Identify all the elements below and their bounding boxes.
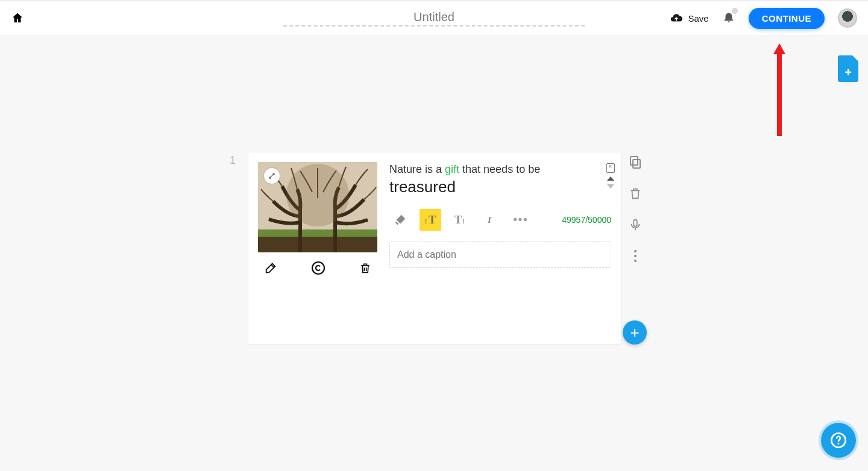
svg-point-18 [838, 443, 840, 444]
svg-text:I: I [487, 215, 492, 225]
document-title-input[interactable] [283, 10, 585, 28]
text-emphasis: treasured [389, 176, 611, 198]
help-button[interactable] [821, 423, 856, 458]
svg-point-15 [634, 255, 637, 257]
duplicate-block-button[interactable] [627, 154, 643, 170]
header-actions: Save CONTINUE [670, 8, 857, 29]
edit-image-button[interactable] [264, 261, 277, 275]
svg-point-4 [286, 164, 349, 226]
content-block: Nature is a gift that needs to be treasu… [248, 152, 621, 345]
character-count: 49957/50000 [562, 215, 611, 225]
text-side-controls [606, 163, 615, 189]
block-text[interactable]: Nature is a gift that needs to be treasu… [389, 162, 611, 198]
kebab-icon [633, 249, 638, 263]
text-prefix: Nature is a [389, 163, 445, 175]
notification-dot [732, 8, 738, 14]
copyright-button[interactable] [311, 261, 326, 275]
block-toolbar [627, 154, 643, 264]
svg-text:T: T [454, 214, 462, 226]
delete-text-button[interactable] [606, 163, 615, 173]
expand-icon [268, 172, 275, 179]
svg-rect-2 [258, 234, 377, 252]
user-avatar[interactable] [838, 8, 857, 28]
image-actions [258, 252, 377, 275]
expand-image-button[interactable] [264, 168, 280, 184]
block-image[interactable] [258, 162, 377, 252]
svg-text:I: I [462, 218, 464, 225]
svg-rect-12 [631, 157, 638, 165]
svg-marker-0 [773, 43, 785, 136]
home-button[interactable] [11, 11, 24, 25]
svg-rect-3 [258, 229, 377, 237]
add-page-button[interactable]: + [838, 55, 858, 82]
delete-image-button[interactable] [359, 261, 371, 275]
move-up-button[interactable] [607, 176, 614, 181]
italic-button[interactable]: I [480, 209, 502, 231]
text-suffix: that needs to be [459, 163, 540, 175]
save-button[interactable]: Save [670, 11, 708, 25]
text-size-small-icon: IT [423, 213, 438, 227]
svg-point-16 [634, 260, 637, 262]
move-down-button[interactable] [607, 184, 614, 189]
home-icon [11, 11, 24, 25]
cloud-upload-icon [670, 11, 683, 25]
svg-text:T: T [429, 214, 436, 226]
mic-icon [629, 217, 642, 232]
highlight-icon [394, 213, 407, 226]
text-size-large-button[interactable]: TI [450, 209, 471, 231]
add-page-icon: + [844, 66, 852, 78]
caption-input[interactable] [397, 249, 603, 260]
edit-icon [264, 261, 277, 275]
svg-rect-13 [634, 220, 637, 226]
svg-point-14 [634, 250, 637, 252]
continue-button[interactable]: CONTINUE [749, 8, 825, 29]
format-toolbar: IT TI I ••• 49957/50000 [389, 209, 611, 231]
document-title-wrap [283, 10, 585, 27]
trash-icon [629, 186, 642, 201]
copy-icon [628, 155, 643, 169]
help-icon [830, 432, 847, 449]
svg-point-5 [312, 262, 324, 274]
italic-icon: I [485, 214, 497, 226]
text-size-large-icon: TI [453, 213, 468, 227]
more-format-button[interactable]: ••• [510, 209, 532, 231]
block-more-button[interactable] [627, 248, 643, 264]
page-number: 1 [230, 154, 236, 167]
caption-field[interactable] [389, 242, 611, 268]
annotation-arrow [773, 43, 785, 136]
highlight-button[interactable] [389, 209, 411, 231]
text-column: Nature is a gift that needs to be treasu… [389, 162, 611, 275]
svg-text:I: I [425, 218, 427, 225]
svg-rect-11 [633, 160, 640, 168]
notifications-button[interactable] [722, 10, 735, 26]
trash-icon [359, 261, 371, 275]
save-label: Save [688, 13, 708, 23]
text-highlight: gift [445, 163, 459, 175]
text-size-small-button[interactable]: IT [420, 209, 441, 231]
record-audio-button[interactable] [627, 217, 643, 232]
add-block-button[interactable]: + [623, 320, 647, 345]
plus-icon: + [630, 325, 639, 340]
app-header: Save CONTINUE [0, 0, 868, 36]
copyright-icon [311, 261, 326, 275]
delete-block-button[interactable] [627, 186, 643, 201]
more-icon: ••• [514, 213, 529, 226]
media-column [258, 162, 377, 275]
